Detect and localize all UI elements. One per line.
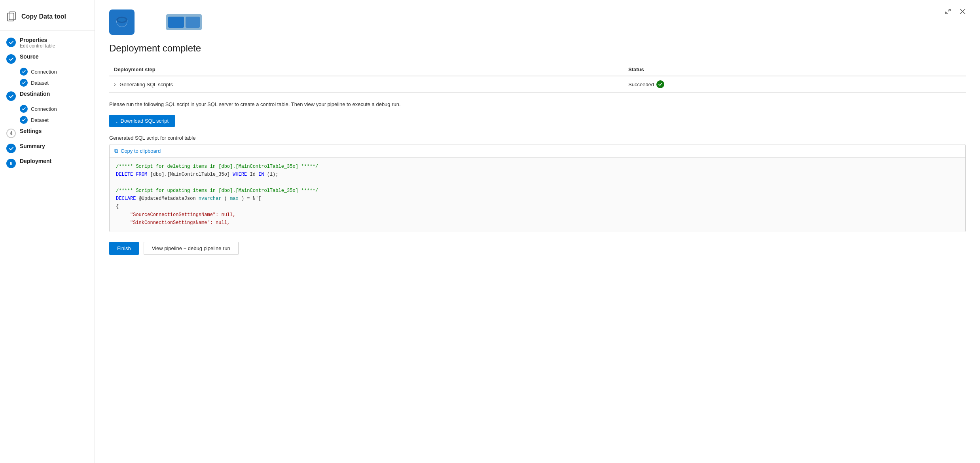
nav-label-source: Source (20, 53, 38, 60)
nav-sub-circle-dest-conn (20, 105, 28, 113)
sidebar-sub-source-dataset[interactable]: Dataset (0, 77, 95, 88)
script-code-block: /***** Script for deleting items in [dbo… (110, 158, 965, 232)
nav-sublabel-properties: Edit control table (20, 43, 55, 49)
code-line-1: /***** Script for deleting items in [dbo… (116, 163, 959, 171)
sidebar-item-deployment[interactable]: 6 Deployment (0, 156, 95, 171)
code-line-5: { (116, 203, 959, 211)
expand-window-button[interactable] (943, 6, 953, 19)
sidebar: Copy Data tool Properties Edit control t… (0, 0, 95, 463)
copy-data-icon (6, 11, 17, 22)
code-line-blank (116, 178, 959, 186)
svg-point-4 (118, 18, 126, 22)
success-icon (656, 80, 664, 88)
nav-sub-circle-dest-dataset (20, 116, 28, 124)
nav-circle-summary (6, 144, 16, 153)
nav-label-properties: Properties (20, 37, 55, 43)
table-cell-status: Succeeded (624, 76, 966, 93)
nav-sub-label-dest-dataset: Dataset (31, 117, 49, 123)
code-line-3: /***** Script for updating items in [dbo… (116, 187, 959, 195)
page-title: Deployment complete (109, 43, 966, 54)
sidebar-item-destination[interactable]: Destination (0, 88, 95, 103)
copy-to-clipboard-toolbar[interactable]: ⧉ Copy to clipboard (110, 144, 965, 158)
window-controls (943, 6, 967, 19)
sidebar-title: Copy Data tool (21, 13, 66, 20)
nav-sub-label-source-connection: Connection (31, 69, 57, 75)
code-line-7: "SinkConnectionSettingsName": null, (116, 219, 959, 227)
table-col-step: Deployment step (109, 63, 624, 76)
footer-buttons: Finish View pipeline + debug pipeline ru… (109, 242, 966, 255)
status-badge: Succeeded (628, 80, 961, 88)
row-expand-button[interactable]: › (114, 81, 118, 87)
sidebar-sub-source-connection[interactable]: Connection (0, 66, 95, 77)
code-line-2: DELETE FROM [dbo].[MainControlTable_35o]… (116, 171, 959, 178)
nav-label-summary: Summary (20, 143, 45, 149)
sidebar-item-source[interactable]: Source (0, 51, 95, 66)
nav-sub-circle-source-dataset (20, 79, 28, 87)
nav-circle-destination (6, 91, 16, 101)
deployment-table: Deployment step Status › Generating SQL … (109, 63, 966, 93)
nav-circle-deployment: 6 (6, 159, 16, 168)
main-content: Deployment complete Deployment step Stat… (95, 0, 980, 463)
destination-image (166, 14, 202, 30)
script-container: ⧉ Copy to clipboard /***** Script for de… (109, 144, 966, 232)
code-line-4: DECLARE @UpdatedMetadataJson nvarchar ( … (116, 195, 959, 203)
nav-label-deployment: Deployment (20, 158, 51, 164)
sidebar-header: Copy Data tool (0, 6, 95, 30)
nav-label-settings: Settings (20, 128, 42, 134)
nav-sub-circle-source-conn (20, 68, 28, 76)
nav-circle-properties (6, 38, 16, 47)
deployment-images (109, 9, 966, 35)
nav-sub-label-dest-connection: Connection (31, 106, 57, 112)
sidebar-sub-dest-dataset[interactable]: Dataset (0, 114, 95, 125)
nav-label-destination: Destination (20, 91, 50, 97)
clipboard-icon: ⧉ (114, 148, 118, 154)
sidebar-item-properties[interactable]: Properties Edit control table (0, 34, 95, 51)
nav-sub-label-source-dataset: Dataset (31, 80, 49, 86)
table-col-status: Status (624, 63, 966, 76)
nav-circle-source (6, 54, 16, 64)
download-sql-button[interactable]: ↓ Download SQL script (109, 115, 175, 127)
table-cell-step: › Generating SQL scripts (109, 76, 624, 93)
description-text: Please run the following SQL script in y… (109, 101, 966, 108)
clipboard-label: Copy to clipboard (121, 148, 161, 154)
code-line-6: "SourceConnectionSettingsName": null, (116, 211, 959, 219)
source-image (109, 9, 135, 35)
view-pipeline-button[interactable]: View pipeline + debug pipeline run (144, 242, 239, 255)
sidebar-sub-dest-connection[interactable]: Connection (0, 103, 95, 114)
sidebar-item-summary[interactable]: Summary (0, 140, 95, 156)
download-icon: ↓ (116, 118, 118, 124)
nav-circle-settings: 4 (6, 129, 16, 138)
script-section-label: Generated SQL script for control table (109, 135, 966, 141)
close-button[interactable] (958, 6, 967, 19)
sidebar-item-settings[interactable]: 4 Settings (0, 125, 95, 140)
finish-button[interactable]: Finish (109, 242, 139, 255)
table-row: › Generating SQL scripts Succeeded (109, 76, 966, 93)
